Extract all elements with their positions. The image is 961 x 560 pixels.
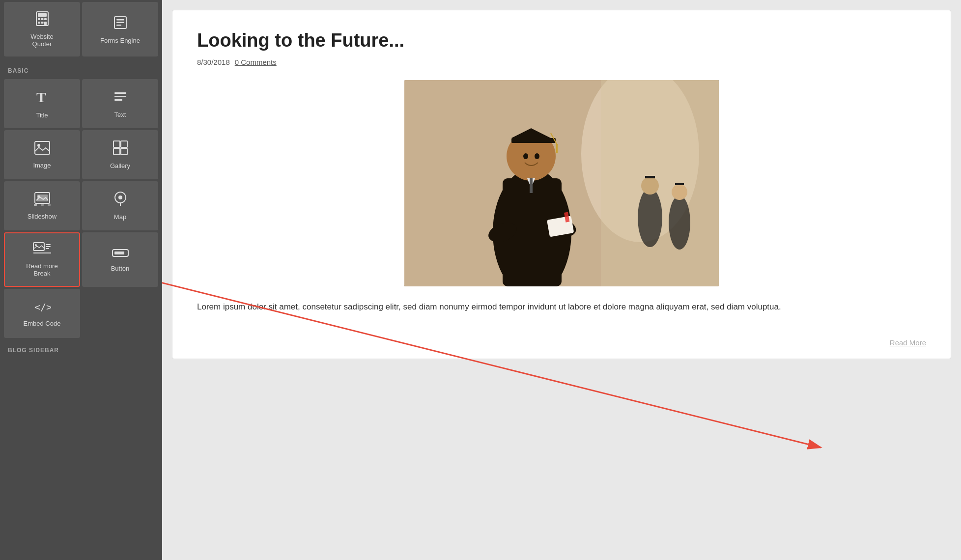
svg-point-32 — [35, 244, 37, 246]
svg-rect-33 — [46, 244, 51, 245]
sidebar-item-text-label: Text — [114, 111, 126, 118]
svg-rect-56 — [511, 138, 556, 143]
svg-point-17 — [37, 144, 40, 147]
blog-image — [404, 80, 719, 286]
sidebar-item-embed[interactable]: </> Embed Code — [4, 289, 80, 338]
text-icon — [113, 89, 128, 107]
button-icon — [112, 247, 129, 261]
svg-rect-5 — [38, 22, 40, 24]
svg-rect-25 — [34, 204, 37, 206]
svg-point-43 — [638, 188, 662, 247]
readmore-icon — [33, 242, 52, 258]
sidebar-item-image-label: Image — [33, 162, 51, 169]
calculator-icon — [34, 11, 50, 29]
svg-point-60 — [523, 153, 528, 159]
svg-text:T: T — [36, 89, 46, 105]
svg-rect-26 — [41, 204, 44, 206]
sidebar-item-text[interactable]: Text — [82, 79, 158, 128]
svg-rect-59 — [556, 144, 558, 153]
gallery-icon — [113, 140, 128, 158]
sidebar-item-slideshow-label: Slideshow — [28, 213, 57, 220]
svg-rect-63 — [530, 178, 533, 193]
image-icon — [34, 140, 51, 158]
sidebar: Website Quoter Forms Engine BASIC T — [0, 0, 162, 560]
svg-rect-9 — [116, 19, 124, 21]
svg-rect-48 — [675, 183, 684, 185]
blog-body-text: Lorem ipsum dolor sit amet, consetetur s… — [197, 300, 926, 314]
sidebar-item-title-label: Title — [36, 112, 48, 119]
sidebar-basic-grid: T Title Text — [0, 77, 162, 340]
svg-rect-35 — [46, 248, 49, 249]
sidebar-item-forms-label: Forms Engine — [100, 37, 140, 44]
svg-text:</>: </> — [34, 301, 51, 313]
sidebar-basic-label: BASIC — [0, 60, 162, 77]
sidebar-top-section: Website Quoter Forms Engine — [0, 0, 162, 60]
svg-rect-19 — [121, 141, 127, 147]
sidebar-item-map-label: Map — [114, 213, 126, 221]
sidebar-item-gallery[interactable]: Gallery — [82, 130, 158, 179]
blog-post-title: Looking to the Future... — [197, 30, 926, 51]
sidebar-item-image[interactable]: Image — [4, 130, 80, 179]
main-content-area: Looking to the Future... 8/30/2018 0 Com… — [162, 0, 961, 560]
sidebar-item-gallery-label: Gallery — [110, 162, 130, 169]
svg-point-29 — [118, 196, 122, 199]
svg-rect-27 — [48, 204, 51, 206]
svg-rect-34 — [46, 246, 51, 247]
svg-rect-6 — [41, 22, 43, 24]
blog-meta: 8/30/2018 0 Comments — [197, 58, 926, 66]
sidebar-item-readmore-label: Read more Break — [26, 262, 57, 277]
sidebar-item-forms[interactable]: Forms Engine — [82, 2, 158, 56]
svg-rect-1 — [38, 13, 47, 17]
sidebar-item-button-label: Button — [111, 265, 130, 272]
forms-icon — [113, 15, 128, 33]
blog-read-more-link[interactable]: Read More — [890, 338, 926, 347]
svg-point-46 — [669, 196, 690, 250]
svg-rect-45 — [645, 176, 655, 178]
svg-point-61 — [535, 153, 539, 159]
blog-image-container — [197, 80, 926, 286]
svg-rect-15 — [114, 99, 122, 101]
svg-rect-21 — [121, 148, 127, 155]
svg-rect-11 — [116, 25, 121, 26]
sidebar-item-readmore[interactable]: Read more Break — [4, 232, 80, 287]
title-icon: T — [34, 88, 51, 108]
sidebar-item-quoter[interactable]: Website Quoter — [4, 2, 80, 56]
sidebar-item-quoter-label: Website Quoter — [30, 33, 54, 48]
map-icon — [113, 191, 128, 209]
svg-rect-4 — [44, 18, 47, 20]
sidebar-item-embed-label: Embed Code — [24, 320, 61, 327]
svg-rect-38 — [114, 252, 124, 254]
svg-rect-7 — [44, 22, 47, 25]
blog-post-card: Looking to the Future... 8/30/2018 0 Com… — [172, 10, 951, 359]
svg-rect-2 — [38, 18, 40, 20]
svg-rect-13 — [114, 92, 126, 94]
svg-rect-10 — [116, 22, 124, 23]
svg-rect-16 — [35, 141, 50, 154]
graduation-image-svg — [404, 80, 719, 286]
svg-rect-14 — [114, 96, 126, 97]
sidebar-item-title[interactable]: T Title — [4, 79, 80, 128]
sidebar-item-button[interactable]: Button — [82, 232, 158, 287]
sidebar-blog-label: BLOG SIDEBAR — [0, 340, 162, 357]
sidebar-item-slideshow[interactable]: Slideshow — [4, 181, 80, 230]
svg-point-47 — [672, 184, 687, 200]
blog-date: 8/30/2018 — [197, 58, 230, 66]
svg-rect-18 — [113, 141, 120, 147]
svg-rect-3 — [41, 18, 43, 20]
slideshow-icon — [34, 192, 51, 209]
sidebar-item-map[interactable]: Map — [82, 181, 158, 230]
embed-icon: </> — [33, 300, 51, 316]
svg-rect-20 — [113, 148, 120, 155]
svg-point-44 — [641, 177, 659, 195]
svg-rect-42 — [601, 80, 719, 286]
blog-comments-link[interactable]: 0 Comments — [235, 58, 277, 66]
